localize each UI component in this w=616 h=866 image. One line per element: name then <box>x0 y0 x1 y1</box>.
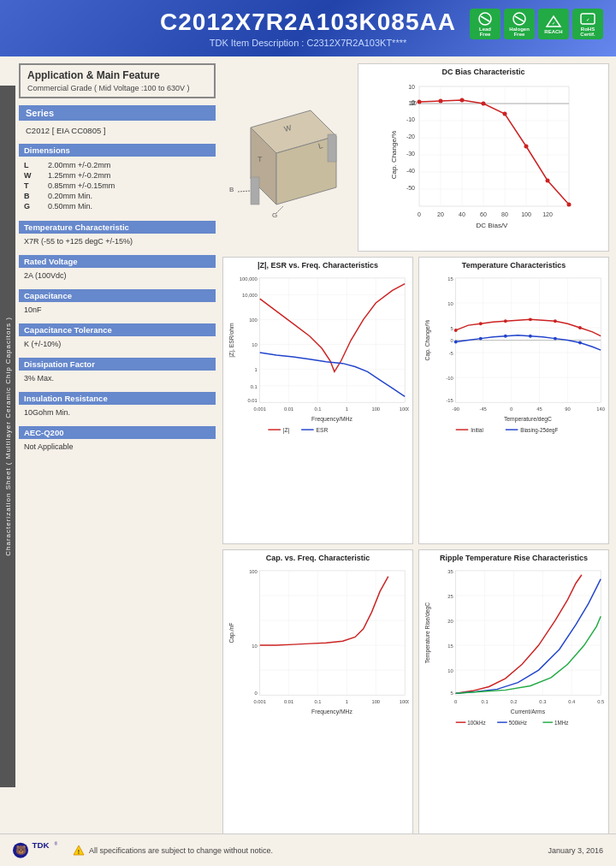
halogen-free-badge: HalogenFree <box>504 9 535 39</box>
svg-text:120: 120 <box>542 211 553 217</box>
svg-point-98 <box>454 329 458 332</box>
svg-point-34 <box>439 99 443 104</box>
svg-text:10: 10 <box>447 668 453 673</box>
svg-text:0: 0 <box>451 338 453 343</box>
svg-point-40 <box>567 203 572 207</box>
svg-text:0.001: 0.001 <box>253 699 266 704</box>
svg-text:1: 1 <box>255 367 258 372</box>
footer: 🐻 TDK ® ! All specifications are subject… <box>0 833 616 866</box>
svg-text:0: 0 <box>454 699 457 704</box>
certification-badges: LeadFree HalogenFree ✓ REACH ✓ RoHSCerti… <box>470 9 603 39</box>
side-label: Characterization Sheet ( Multilayer Cera… <box>0 86 15 787</box>
svg-text:|Z|: |Z| <box>283 427 290 434</box>
footer-date: January 3, 2016 <box>548 846 603 855</box>
svg-line-18 <box>276 206 283 213</box>
svg-point-37 <box>503 112 507 116</box>
svg-text:0.1: 0.1 <box>251 384 258 389</box>
svg-point-108 <box>554 337 557 341</box>
svg-text:10: 10 <box>408 84 415 90</box>
svg-point-105 <box>479 337 483 341</box>
svg-point-38 <box>524 145 529 149</box>
svg-text:Cap. Change/%: Cap. Change/% <box>390 131 398 179</box>
svg-point-109 <box>578 341 582 345</box>
svg-text:5: 5 <box>451 326 453 331</box>
dissipation-section: Dissipation Factor 3% Max. <box>19 358 216 383</box>
cap-tolerance-title: Capacitance Tolerance <box>19 323 216 336</box>
capacitance-value: 10nF <box>19 305 216 315</box>
aec-title: AEC-Q200 <box>19 426 216 439</box>
svg-text:15: 15 <box>447 276 453 282</box>
svg-text:-40: -40 <box>406 168 415 174</box>
svg-rect-13 <box>251 177 259 205</box>
svg-text:1MHz: 1MHz <box>554 720 568 726</box>
svg-point-102 <box>554 319 557 323</box>
app-feature-box: Application & Main Feature Commercial Gr… <box>19 63 216 98</box>
svg-text:0.3: 0.3 <box>539 699 546 704</box>
svg-rect-14 <box>328 134 336 162</box>
svg-text:T: T <box>258 155 263 163</box>
svg-text:🐻: 🐻 <box>15 845 27 856</box>
svg-line-16 <box>238 191 251 192</box>
temperature-chart: Temperature Characteristics <box>418 257 609 544</box>
cap-freq-chart: Cap. vs. Freq. Characteristic 100 <box>222 549 413 837</box>
svg-text:0: 0 <box>412 99 415 105</box>
svg-text:100: 100 <box>249 317 258 323</box>
svg-text:35: 35 <box>447 569 453 574</box>
svg-text:®: ® <box>55 840 58 845</box>
cap-tolerance-value: K (+/-10%) <box>19 339 216 349</box>
capacitance-section: Capacitance 10nF <box>19 289 216 315</box>
capacitance-title: Capacitance <box>19 289 216 302</box>
svg-rect-129 <box>260 571 405 695</box>
cap-freq-title: Cap. vs. Freq. Characteristic <box>227 554 409 562</box>
svg-text:|Z|, ESR/ohm: |Z|, ESR/ohm <box>228 323 235 358</box>
svg-rect-59 <box>260 278 405 402</box>
svg-point-107 <box>529 335 532 338</box>
svg-text:0.4: 0.4 <box>568 699 576 704</box>
svg-text:100kHz: 100kHz <box>467 720 485 726</box>
component-image: W L T B G <box>222 63 351 252</box>
svg-text:45: 45 <box>536 406 542 412</box>
svg-text:Frequency/MHz: Frequency/MHz <box>311 416 352 423</box>
svg-text:Initial: Initial <box>471 427 483 433</box>
right-panel: W L T B G DC Bias Characteristic <box>222 63 609 837</box>
dissipation-value: 3% Max. <box>19 373 216 383</box>
svg-text:TDK: TDK <box>33 840 50 850</box>
app-feature-title: Application & Main Feature <box>27 69 207 81</box>
svg-rect-19 <box>419 86 569 206</box>
svg-text:Frequency/MHz: Frequency/MHz <box>311 709 352 715</box>
svg-text:80: 80 <box>501 211 508 217</box>
svg-text:-10: -10 <box>406 116 415 122</box>
svg-text:0.001: 0.001 <box>253 406 266 412</box>
svg-text:25: 25 <box>447 594 453 599</box>
impedance-chart: |Z|, ESR vs. Freq. Characteristics <box>222 257 413 544</box>
svg-text:0.1: 0.1 <box>314 406 321 412</box>
rohs-badge: ✓ RoHSCertif. <box>572 9 603 39</box>
insulation-value: 10Gohm Min. <box>19 407 216 418</box>
svg-text:1: 1 <box>346 699 348 704</box>
series-value: C2012 [ EIA CC0805 ] <box>19 124 216 137</box>
dc-bias-title: DC Bias Characteristic <box>362 68 605 76</box>
svg-text:100: 100 <box>249 569 258 574</box>
svg-text:-30: -30 <box>406 151 415 157</box>
svg-text:100: 100 <box>371 406 380 412</box>
svg-text:!: ! <box>78 848 80 854</box>
dimensions-title: Dimensions <box>19 144 216 157</box>
insulation-title: Insulation Resistance <box>19 392 216 405</box>
dissipation-title: Dissipation Factor <box>19 358 216 371</box>
warning-text: All specifications are subject to change… <box>89 846 273 855</box>
charts-grid: |Z|, ESR vs. Freq. Characteristics <box>222 257 609 837</box>
svg-text:0.1: 0.1 <box>482 699 489 704</box>
temp-char-title: Temperature Characteristic <box>19 221 216 234</box>
svg-text:5: 5 <box>451 691 453 696</box>
svg-text:0.1: 0.1 <box>314 699 321 704</box>
svg-text:500kHz: 500kHz <box>509 720 527 726</box>
svg-text:-90: -90 <box>453 406 459 412</box>
svg-text:0.01: 0.01 <box>284 406 293 412</box>
svg-text:✓: ✓ <box>552 21 555 26</box>
svg-text:B: B <box>229 186 234 193</box>
svg-text:0: 0 <box>418 211 421 217</box>
svg-text:✓: ✓ <box>586 17 589 22</box>
svg-text:20: 20 <box>437 211 444 217</box>
svg-text:-50: -50 <box>406 185 415 191</box>
svg-text:10: 10 <box>252 342 257 347</box>
